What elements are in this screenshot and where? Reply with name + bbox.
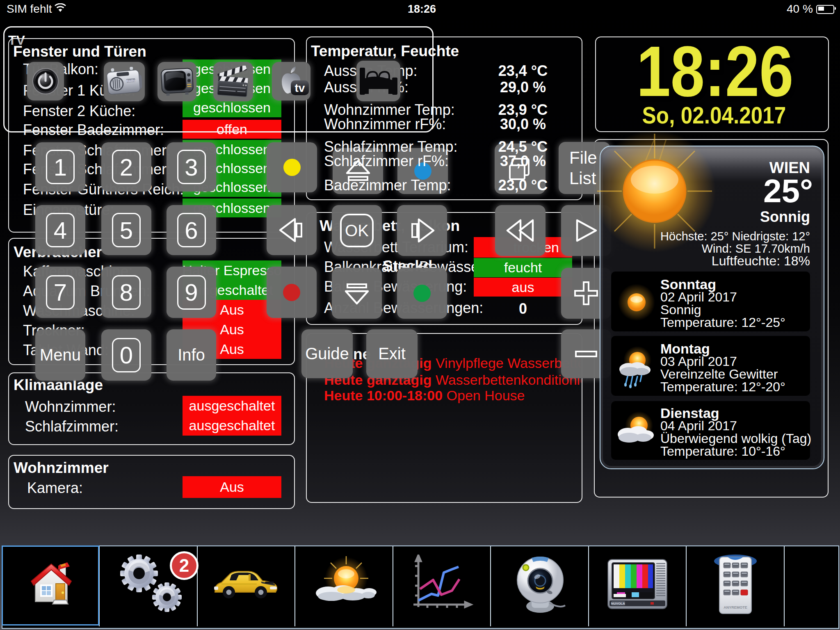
svg-text:OK: OK: [345, 221, 369, 240]
svg-text:tv: tv: [295, 82, 305, 94]
svg-text:NUVOLA: NUVOLA: [611, 602, 625, 605]
svg-text:ANYREMOTE: ANYREMOTE: [724, 605, 747, 609]
